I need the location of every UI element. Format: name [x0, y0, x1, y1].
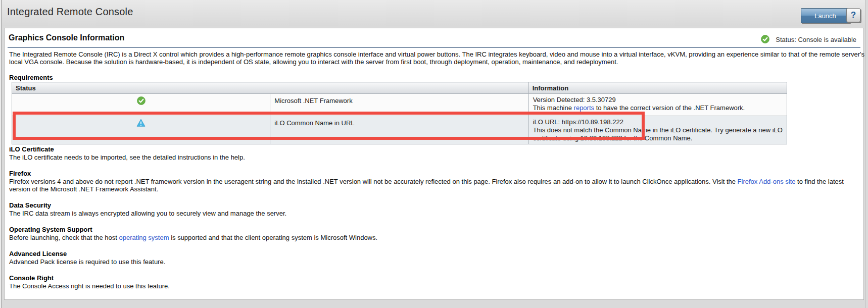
note-advanced-license: Advanced License Advanced Pack license i…: [9, 250, 864, 266]
window-edge-highlight: [0, 0, 1, 308]
window-edge-border: [1, 0, 2, 308]
note-body: Advanced Pack license is required to use…: [9, 258, 864, 266]
requirements-title: Requirements: [9, 74, 53, 81]
note-title: Firefox: [9, 170, 864, 177]
check-circle-icon: [137, 99, 146, 107]
note-body: The Console Access right is needed to us…: [9, 282, 864, 290]
window-edge-right: [865, 0, 866, 308]
status-cell: [12, 116, 270, 144]
note-body: Firefox versions 4 and above do not repo…: [9, 178, 864, 193]
note-console-right: Console Right The Console Access right i…: [9, 274, 864, 290]
note-title: Advanced License: [9, 250, 864, 258]
note-text: is supported and that the client operati…: [169, 234, 378, 241]
note-ilo-certificate: iLO Certificate The iLO certificate need…: [9, 145, 864, 161]
launch-button[interactable]: Launch: [801, 8, 850, 23]
note-os-support: Operating System Support Before launchin…: [9, 226, 864, 241]
requirement-info: Version Detected: 3.5.30729 This machine…: [528, 94, 787, 116]
content-panel: Graphics Console Information Status: Con…: [4, 28, 864, 300]
intro-text: The Integrated Remote Console (IRC) is a…: [9, 50, 865, 66]
console-status: Status: Console is available: [761, 35, 856, 44]
operating-system-link[interactable]: operating system: [119, 234, 169, 241]
note-title: Data Security: [9, 201, 864, 209]
note-firefox: Firefox Firefox versions 4 and above do …: [9, 170, 864, 193]
note-title: iLO Certificate: [9, 145, 864, 153]
table-header-row: Status Information: [12, 82, 787, 94]
reports-link[interactable]: reports: [574, 104, 594, 112]
note-text: Advanced Pack license is required to use…: [9, 258, 165, 266]
requirements-table-wrap: Status Information Microsoft .NET Framew…: [12, 82, 787, 144]
info-line-2: This machine reports to have the correct…: [533, 104, 783, 112]
warning-triangle-icon: [136, 121, 146, 129]
help-button[interactable]: ?: [846, 8, 860, 22]
note-body: The IRC data stream is always encrypted …: [9, 210, 864, 217]
column-header-information: Information: [528, 82, 787, 94]
notes-list: iLO Certificate The iLO certificate need…: [9, 145, 864, 298]
note-title: Operating System Support: [9, 226, 864, 233]
info-line-2: This does not match the Common Name in t…: [533, 126, 783, 142]
section-title: Graphics Console Information: [9, 33, 124, 42]
app-header: Integrated Remote Console Launch ?: [2, 0, 865, 26]
note-text: The Console Access right is needed to us…: [9, 282, 170, 290]
requirement-name: Microsoft .NET Framework: [270, 94, 528, 116]
requirement-info: iLO URL: https://10.89.198.222 This does…: [528, 116, 787, 144]
info-text: to have the correct version of the .NET …: [594, 104, 745, 112]
requirement-name: iLO Common Name in URL: [270, 116, 528, 144]
note-data-security: Data Security The IRC data stream is alw…: [9, 201, 864, 217]
info-line-1: iLO URL: https://10.89.198.222: [533, 118, 783, 126]
info-line-1: Version Detected: 3.5.30729: [533, 96, 783, 104]
status-ok-icon: [761, 36, 769, 45]
status-text: Status: Console is available: [776, 36, 856, 43]
requirements-table: Status Information Microsoft .NET Framew…: [12, 82, 787, 144]
note-body: The iLO certificate needs to be imported…: [9, 153, 864, 161]
question-mark-icon: ?: [851, 10, 856, 20]
status-cell: [12, 94, 270, 116]
note-title: Console Right: [9, 274, 864, 282]
table-row-common-name: iLO Common Name in URL iLO URL: https://…: [12, 116, 787, 144]
note-text: Before launching, check that the host: [9, 234, 119, 241]
table-row-net-framework: Microsoft .NET Framework Version Detecte…: [12, 94, 787, 116]
section-divider: [8, 47, 860, 48]
page-title: Integrated Remote Console: [7, 6, 133, 18]
note-text: The iLO certificate needs to be imported…: [9, 153, 245, 161]
info-text: This machine: [533, 104, 574, 112]
note-text: Firefox versions 4 and above do not repo…: [9, 178, 738, 185]
firefox-addons-link[interactable]: Firefox Add-ons site: [738, 178, 796, 185]
column-header-status: Status: [12, 82, 529, 94]
note-body: Before launching, check that the host op…: [9, 234, 864, 241]
note-text: The IRC data stream is always encrypted …: [9, 210, 286, 217]
